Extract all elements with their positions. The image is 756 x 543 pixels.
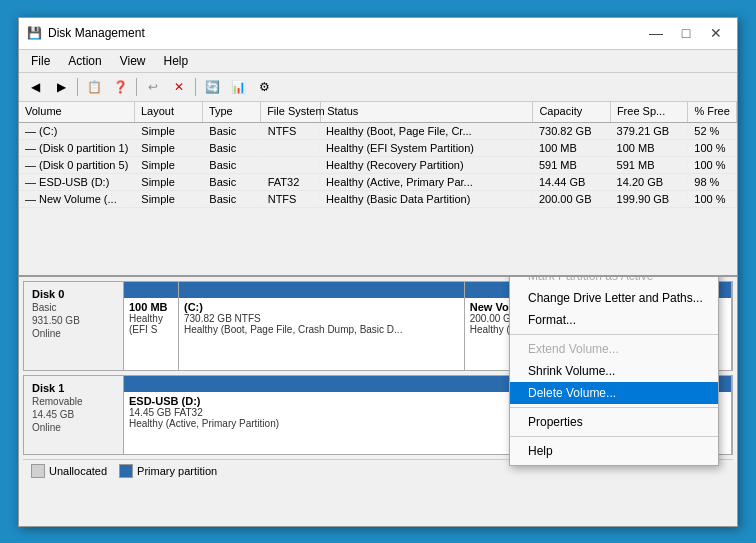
partition-name: (C:) <box>184 301 459 313</box>
title-bar: 💾 Disk Management — □ ✕ <box>19 18 737 50</box>
cell-pct: 52 % <box>688 123 737 139</box>
disk-table-section: Volume Layout Type File System Status Ca… <box>19 102 737 277</box>
col-header-capacity[interactable]: Capacity <box>533 102 611 122</box>
cell-fs: NTFS <box>262 123 320 139</box>
cell-fs <box>262 157 320 173</box>
disk1-size: 14.45 GB <box>32 409 115 420</box>
disk0-label: Disk 0 Basic 931.50 GB Online <box>24 282 124 370</box>
table-body: — (C:) Simple Basic NTFS Healthy (Boot, … <box>19 123 737 208</box>
disk-section: Disk 0 Basic 931.50 GB Online 100 MB Hea… <box>19 277 737 526</box>
cell-layout: Simple <box>135 140 203 156</box>
properties-button[interactable]: 📋 <box>82 76 106 98</box>
cell-capacity: 14.44 GB <box>533 174 611 190</box>
settings-button[interactable]: ⚙ <box>252 76 276 98</box>
cell-type: Basic <box>203 140 261 156</box>
disk0-status: Online <box>32 328 115 339</box>
col-header-fs[interactable]: File System <box>261 102 321 122</box>
maximize-button[interactable]: □ <box>673 23 699 43</box>
ctx-help[interactable]: Help <box>510 440 718 462</box>
cell-type: Basic <box>203 174 261 190</box>
minimize-button[interactable]: — <box>643 23 669 43</box>
cell-status: Healthy (Basic Data Partition) <box>320 191 533 207</box>
ctx-sep-3 <box>510 407 718 408</box>
disk1-type: Removable <box>32 396 115 407</box>
cell-free: 100 MB <box>611 140 689 156</box>
ctx-mark-active: Mark Partition as Active <box>510 277 718 287</box>
menu-view[interactable]: View <box>112 52 154 70</box>
cell-status: Healthy (Boot, Page File, Cr... <box>320 123 533 139</box>
ctx-extend: Extend Volume... <box>510 338 718 360</box>
table-row[interactable]: — New Volume (... Simple Basic NTFS Heal… <box>19 191 737 208</box>
partition-detail: 730.82 GB NTFS <box>184 313 459 324</box>
cell-pct: 98 % <box>688 174 737 190</box>
window-title: Disk Management <box>48 26 145 40</box>
ctx-change-drive[interactable]: Change Drive Letter and Paths... <box>510 287 718 309</box>
toolbar-sep-3 <box>195 78 196 96</box>
table-row[interactable]: — (Disk 0 partition 1) Simple Basic Heal… <box>19 140 737 157</box>
menu-bar: File Action View Help <box>19 50 737 73</box>
cell-volume: — (Disk 0 partition 1) <box>19 140 135 156</box>
disk0-partition-1[interactable]: (C:) 730.82 GB NTFS Healthy (Boot, Page … <box>179 282 465 370</box>
cell-layout: Simple <box>135 191 203 207</box>
toolbar-sep-2 <box>136 78 137 96</box>
col-header-layout[interactable]: Layout <box>135 102 203 122</box>
ctx-shrink[interactable]: Shrink Volume... <box>510 360 718 382</box>
ctx-sep-2 <box>510 334 718 335</box>
undo-button[interactable]: ↩ <box>141 76 165 98</box>
cell-pct: 100 % <box>688 140 737 156</box>
ctx-delete[interactable]: Delete Volume... <box>510 382 718 404</box>
table-row[interactable]: — ESD-USB (D:) Simple Basic FAT32 Health… <box>19 174 737 191</box>
cell-pct: 100 % <box>688 191 737 207</box>
disk1-name: Disk 1 <box>32 382 115 394</box>
disk1-status: Online <box>32 422 115 433</box>
partition-body: (C:) 730.82 GB NTFS Healthy (Boot, Page … <box>179 298 464 370</box>
legend-unallocated-label: Unallocated <box>49 465 107 477</box>
toolbar-sep-1 <box>77 78 78 96</box>
ctx-format[interactable]: Format... <box>510 309 718 331</box>
cell-status: Healthy (Recovery Partition) <box>320 157 533 173</box>
cell-fs: NTFS <box>262 191 320 207</box>
menu-help[interactable]: Help <box>156 52 197 70</box>
cell-volume: — ESD-USB (D:) <box>19 174 135 190</box>
col-header-volume[interactable]: Volume <box>19 102 135 122</box>
col-header-free[interactable]: Free Sp... <box>611 102 689 122</box>
forward-button[interactable]: ▶ <box>49 76 73 98</box>
cell-free: 379.21 GB <box>611 123 689 139</box>
table-header: Volume Layout Type File System Status Ca… <box>19 102 737 123</box>
col-header-status[interactable]: Status <box>321 102 533 122</box>
cell-capacity: 100 MB <box>533 140 611 156</box>
partition-body: 100 MB Healthy (EFI S <box>124 298 178 370</box>
cell-free: 591 MB <box>611 157 689 173</box>
menu-action[interactable]: Action <box>60 52 109 70</box>
legend-primary-box <box>119 464 133 478</box>
back-button[interactable]: ◀ <box>23 76 47 98</box>
help-button[interactable]: ❓ <box>108 76 132 98</box>
cell-type: Basic <box>203 157 261 173</box>
disk0-type: Basic <box>32 302 115 313</box>
col-header-type[interactable]: Type <box>203 102 261 122</box>
cell-volume: — New Volume (... <box>19 191 135 207</box>
cell-free: 14.20 GB <box>611 174 689 190</box>
ctx-properties[interactable]: Properties <box>510 411 718 433</box>
delete-button[interactable]: ✕ <box>167 76 191 98</box>
disk0-size: 931.50 GB <box>32 315 115 326</box>
col-header-pct[interactable]: % Free <box>688 102 737 122</box>
cell-status: Healthy (Active, Primary Par... <box>320 174 533 190</box>
partition-header <box>179 282 464 298</box>
diskinfo-button[interactable]: 📊 <box>226 76 250 98</box>
disk0-partition-0[interactable]: 100 MB Healthy (EFI S <box>124 282 179 370</box>
table-row[interactable]: — (C:) Simple Basic NTFS Healthy (Boot, … <box>19 123 737 140</box>
close-button[interactable]: ✕ <box>703 23 729 43</box>
legend-primary-label: Primary partition <box>137 465 217 477</box>
cell-capacity: 200.00 GB <box>533 191 611 207</box>
cell-layout: Simple <box>135 157 203 173</box>
table-row[interactable]: — (Disk 0 partition 5) Simple Basic Heal… <box>19 157 737 174</box>
menu-file[interactable]: File <box>23 52 58 70</box>
toolbar: ◀ ▶ 📋 ❓ ↩ ✕ 🔄 📊 ⚙ <box>19 73 737 102</box>
rescan-button[interactable]: 🔄 <box>200 76 224 98</box>
cell-capacity: 591 MB <box>533 157 611 173</box>
context-menu: Open Explore Mark Partition as Active Ch… <box>509 277 719 466</box>
legend-unallocated-box <box>31 464 45 478</box>
cell-fs <box>262 140 320 156</box>
legend-unallocated: Unallocated <box>31 464 107 478</box>
